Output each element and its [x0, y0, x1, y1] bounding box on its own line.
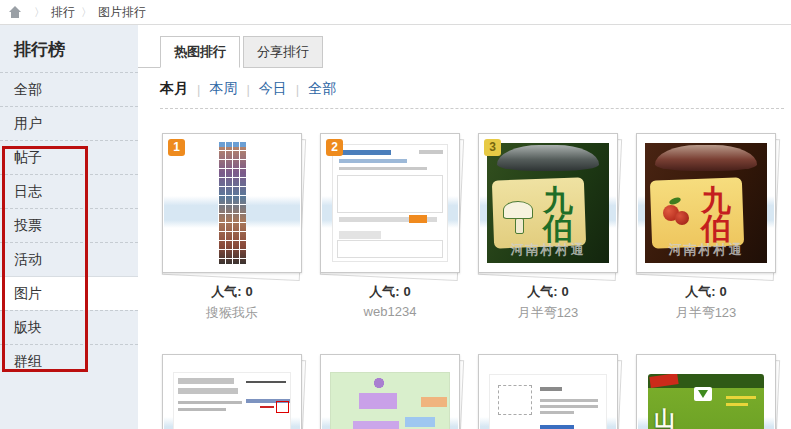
popularity-row: 人气:0 — [320, 283, 460, 301]
breadcrumb: 〉 排行 〉 图片排行 — [0, 0, 791, 25]
ranking-card-4: 九伯 河南村村通 人气:0 月半弯123 — [636, 133, 776, 322]
popularity-value: 0 — [404, 284, 411, 299]
sidebar-item-images[interactable]: 图片 — [0, 276, 138, 310]
popularity-value: 0 — [562, 284, 569, 299]
popularity-label: 人气: — [369, 284, 399, 299]
ranking-grid-row-1: 1 人气:0 搜猴我乐 2 — [162, 133, 791, 322]
tab-share-ranking[interactable]: 分享排行 — [243, 36, 323, 68]
filter-separator: | — [296, 82, 299, 97]
sidebar-title: 排行榜 — [0, 25, 138, 72]
photo-frame: 山野 — [636, 354, 776, 429]
uploader-username-link[interactable]: 搜猴我乐 — [162, 304, 302, 322]
filter-all-time[interactable]: 全部 — [308, 80, 336, 98]
breadcrumb-current-page: 图片排行 — [98, 4, 146, 21]
popularity-value: 0 — [246, 284, 253, 299]
green-snack-package-photo: 山野 — [648, 374, 764, 429]
filter-separator: | — [246, 82, 249, 97]
flowchart-diagram-image — [330, 372, 450, 429]
popularity-label: 人气: — [527, 284, 557, 299]
card-photo-link[interactable] — [320, 354, 460, 429]
photo-frame: 九伯 河南村村通 — [636, 133, 776, 273]
ranking-card-3: 3 九伯 河南村村通 人气:0 月半弯123 — [478, 133, 618, 322]
content-area: 热图排行 分享排行 本月 | 本周 | 今日 | 全部 1 — [138, 25, 791, 429]
popularity-label: 人气: — [211, 284, 241, 299]
photo-frame — [162, 354, 302, 429]
ranking-grid-row-2: 山野 — [162, 354, 791, 429]
card-photo-link[interactable] — [478, 354, 618, 429]
uploader-username-link[interactable]: web1234 — [320, 304, 460, 319]
green-jar-product-photo: 九伯 河南村村通 — [487, 143, 609, 263]
uploader-username-link[interactable]: 月半弯123 — [636, 304, 776, 322]
card-photo-link[interactable]: 九伯 河南村村通 — [636, 133, 776, 273]
package-logo — [694, 387, 712, 401]
popularity-row: 人气:0 — [162, 283, 302, 301]
rank-badge: 2 — [326, 139, 343, 156]
ranking-sidebar: 排行榜 全部 用户 帖子 日志 投票 活动 图片 版块 群组 — [0, 25, 138, 429]
thumbnail-grid-screenshot-image — [218, 142, 246, 264]
post-editor-screenshot-image — [332, 144, 448, 262]
photo-frame: 1 — [162, 133, 302, 273]
card-photo-link[interactable]: 山野 — [636, 354, 776, 429]
divider — [160, 108, 784, 109]
popularity-row: 人气:0 — [478, 283, 618, 301]
jujube-drawing — [663, 205, 679, 221]
breadcrumb-separator-icon: 〉 — [34, 5, 45, 20]
tab-hot-image-ranking[interactable]: 热图排行 — [160, 36, 240, 68]
card-photo-link[interactable]: 1 — [162, 133, 302, 273]
rank-badge: 1 — [168, 139, 185, 156]
ranking-card-6 — [320, 354, 460, 429]
home-icon[interactable] — [8, 6, 22, 19]
ranking-card-2: 2 人气:0 web1234 — [320, 133, 460, 322]
photo-frame — [320, 354, 460, 429]
photo-frame — [478, 354, 618, 429]
time-filter-bar: 本月 | 本周 | 今日 | 全部 — [160, 80, 791, 98]
uploader-username-link[interactable]: 月半弯123 — [478, 304, 618, 322]
card-photo-link[interactable] — [162, 354, 302, 429]
package-brand-text: 山野 — [654, 408, 678, 429]
sidebar-item-posts[interactable]: 帖子 — [0, 140, 138, 174]
popularity-label: 人气: — [685, 284, 715, 299]
photo-watermark-text: 河南村村通 — [487, 241, 609, 259]
mushroom-drawing — [503, 201, 533, 219]
filter-this-week[interactable]: 本周 — [209, 80, 237, 98]
tab-bar: 热图排行 分享排行 — [138, 38, 791, 68]
sidebar-item-polls[interactable]: 投票 — [0, 208, 138, 242]
filter-this-month[interactable]: 本月 — [160, 80, 188, 98]
sidebar-item-blogs[interactable]: 日志 — [0, 174, 138, 208]
popularity-value: 0 — [720, 284, 727, 299]
breadcrumb-rank-link[interactable]: 排行 — [51, 4, 75, 21]
photo-watermark-text: 河南村村通 — [645, 241, 767, 259]
popularity-row: 人气:0 — [636, 283, 776, 301]
sidebar-item-activities[interactable]: 活动 — [0, 242, 138, 276]
filter-separator: | — [197, 82, 200, 97]
ranking-card-5 — [162, 354, 302, 429]
photo-frame: 3 九伯 河南村村通 — [478, 133, 618, 273]
main-layout: 排行榜 全部 用户 帖子 日志 投票 活动 图片 版块 群组 热图排行 分享排行… — [0, 25, 791, 429]
breadcrumb-separator-icon: 〉 — [81, 5, 92, 20]
photo-frame: 2 — [320, 133, 460, 273]
filter-today[interactable]: 今日 — [259, 80, 287, 98]
jar-brand-text: 九伯 — [701, 187, 735, 242]
jar-brand-text: 九伯 — [543, 187, 577, 242]
ranking-card-8: 山野 — [636, 354, 776, 429]
sidebar-item-groups[interactable]: 群组 — [0, 344, 138, 378]
ranking-card-7 — [478, 354, 618, 429]
red-jar-product-photo: 九伯 河南村村通 — [645, 143, 767, 263]
ranking-card-1: 1 人气:0 搜猴我乐 — [162, 133, 302, 322]
rank-badge: 3 — [484, 139, 501, 156]
card-photo-link[interactable]: 3 九伯 河南村村通 — [478, 133, 618, 273]
card-photo-link[interactable]: 2 — [320, 133, 460, 273]
editor-annotation-screenshot-image — [173, 372, 291, 429]
announcement-page-screenshot-image — [489, 374, 607, 429]
sidebar-item-users[interactable]: 用户 — [0, 106, 138, 140]
sidebar-item-forums[interactable]: 版块 — [0, 310, 138, 344]
sidebar-item-all[interactable]: 全部 — [0, 72, 138, 106]
